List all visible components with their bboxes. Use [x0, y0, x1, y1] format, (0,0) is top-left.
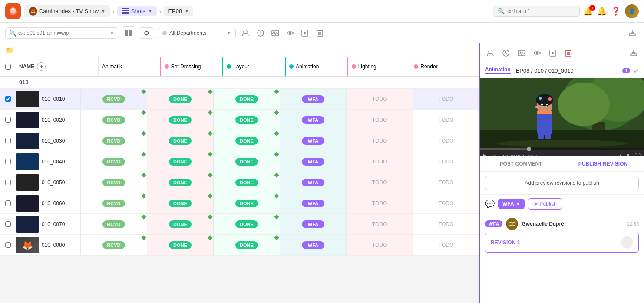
shot-name[interactable]: 010_0070: [39, 214, 80, 234]
panel-play-icon[interactable]: [546, 46, 560, 60]
table-row[interactable]: 010_0030 RCVD DONE DONE WFA TODO TODO: [0, 130, 479, 151]
animatik-cell[interactable]: RCVD: [80, 89, 147, 109]
fullscreen-btn[interactable]: ⛶: [634, 153, 641, 157]
lighting-cell[interactable]: TODO: [346, 151, 413, 172]
set-dressing-cell[interactable]: DONE: [147, 151, 213, 172]
eye-icon[interactable]: [284, 27, 297, 40]
layout-cell[interactable]: DONE: [213, 130, 280, 151]
layout-cell[interactable]: DONE: [213, 172, 280, 193]
row-checkbox[interactable]: [0, 130, 16, 151]
add-column-btn[interactable]: +: [37, 62, 46, 71]
panel-tab-animation[interactable]: Animation: [485, 67, 511, 74]
shot-name[interactable]: 010_0060: [39, 193, 80, 213]
animation-cell[interactable]: WFA: [280, 193, 346, 213]
set-dressing-cell[interactable]: DONE: [147, 172, 213, 193]
layout-cell[interactable]: DONE: [213, 151, 280, 172]
image-icon[interactable]: [269, 27, 282, 40]
set-dressing-cell[interactable]: DONE: [147, 89, 213, 109]
layout-cell[interactable]: DONE: [213, 193, 280, 213]
header-checkbox[interactable]: [5, 64, 11, 70]
person-add-icon[interactable]: [239, 27, 252, 40]
render-cell[interactable]: TODO: [413, 110, 479, 130]
render-cell[interactable]: TODO: [413, 89, 479, 109]
table-row[interactable]: 010_0050 RCVD DONE DONE WFA TODO TODO: [0, 172, 479, 193]
play-icon[interactable]: [298, 27, 311, 40]
panel-image-icon[interactable]: [515, 46, 528, 60]
panel-person-icon[interactable]: [483, 46, 497, 60]
animation-cell[interactable]: WFA: [280, 89, 346, 109]
episode-selector[interactable]: EP08 ▼: [164, 6, 193, 16]
render-cell[interactable]: TODO: [413, 130, 479, 151]
notification-btn[interactable]: 🔔 1: [583, 7, 593, 16]
row-checkbox[interactable]: [0, 235, 16, 255]
global-search[interactable]: 🔍: [493, 6, 580, 17]
render-cell[interactable]: TODO: [413, 151, 479, 172]
delete-icon[interactable]: [313, 27, 326, 40]
search-input[interactable]: [507, 8, 575, 14]
table-row[interactable]: 🦊 010_0080 RCVD DONE DONE WFA TODO TODO: [0, 235, 479, 256]
lighting-cell[interactable]: TODO: [346, 89, 413, 109]
filter-btn[interactable]: ⚙: [139, 27, 154, 39]
layout-cell[interactable]: DONE: [213, 110, 280, 130]
shot-search-box[interactable]: 🔍 ✕: [5, 27, 118, 39]
render-cell[interactable]: TODO: [413, 235, 479, 255]
panel-expand-icon[interactable]: ⤢: [634, 67, 639, 74]
animation-cell[interactable]: WFA: [280, 130, 346, 151]
shot-name[interactable]: 010_0080: [39, 235, 80, 255]
row-checkbox[interactable]: [0, 151, 16, 172]
publish-revision-tab[interactable]: PUBLISH REVISION: [562, 156, 644, 171]
animation-cell[interactable]: WFA: [280, 151, 346, 172]
layout-cell[interactable]: DONE: [213, 214, 280, 234]
animation-cell[interactable]: WFA: [280, 172, 346, 193]
department-filter[interactable]: All Departments ▼: [158, 28, 236, 38]
help-btn[interactable]: ❓: [611, 7, 621, 16]
animatik-cell[interactable]: RCVD: [80, 151, 147, 172]
table-row[interactable]: 010_0010 RCVD DONE DONE WFA TODO TODO: [0, 89, 479, 110]
animation-cell[interactable]: WFA: [280, 235, 346, 255]
lighting-cell[interactable]: TODO: [346, 172, 413, 193]
panel-clock-icon[interactable]: [499, 46, 513, 60]
status-select-dropdown[interactable]: WFA ▼: [498, 199, 525, 209]
lighting-cell[interactable]: TODO: [346, 130, 413, 151]
shot-name[interactable]: 010_0020: [39, 110, 80, 130]
info-icon[interactable]: i: [254, 27, 267, 40]
panel-eye-icon[interactable]: [530, 46, 544, 60]
row-checkbox[interactable]: [0, 110, 16, 130]
publish-button[interactable]: ➤ Publish: [528, 198, 562, 210]
row-checkbox[interactable]: [0, 193, 16, 213]
download-video-btn[interactable]: ⬇: [626, 153, 631, 157]
row-checkbox[interactable]: [0, 172, 16, 193]
layout-cell[interactable]: DONE: [213, 89, 280, 109]
animatik-cell[interactable]: RCVD: [80, 110, 147, 130]
render-cell[interactable]: TODO: [413, 193, 479, 213]
table-row[interactable]: 010_0040 RCVD DONE DONE WFA TODO TODO: [0, 151, 479, 172]
panel-delete-icon[interactable]: [561, 46, 575, 60]
folder-icon[interactable]: 📁: [5, 46, 14, 54]
render-cell[interactable]: TODO: [413, 172, 479, 193]
zoom-in-btn[interactable]: +: [618, 153, 622, 157]
user-avatar[interactable]: 👤: [625, 4, 639, 18]
animatik-cell[interactable]: RCVD: [80, 235, 147, 255]
shot-name[interactable]: 010_0050: [39, 172, 80, 193]
row-checkbox[interactable]: [0, 89, 16, 109]
lighting-cell[interactable]: TODO: [346, 193, 413, 213]
table-row[interactable]: 010_0020 RCVD DONE DONE WFA TODO TODO: [0, 110, 479, 130]
animation-cell[interactable]: WFA: [280, 214, 346, 234]
play-pause-btn[interactable]: ▶: [483, 152, 489, 156]
animatik-cell[interactable]: RCVD: [80, 214, 147, 234]
set-dressing-cell[interactable]: DONE: [147, 193, 213, 213]
animatik-cell[interactable]: RCVD: [80, 193, 147, 213]
shot-name[interactable]: 010_0010: [39, 89, 80, 109]
project-selector[interactable]: 🦊 Caminandes - TV Show ▼: [24, 5, 110, 17]
shot-name[interactable]: 010_0030: [39, 130, 80, 151]
layout-cell[interactable]: DONE: [213, 235, 280, 255]
set-dressing-cell[interactable]: DONE: [147, 235, 213, 255]
table-row[interactable]: 010_0060 RCVD DONE DONE WFA TODO TODO: [0, 193, 479, 214]
revision-1-bar[interactable]: REVISION 1: [485, 233, 639, 253]
shots-selector[interactable]: Shots ▼: [117, 6, 157, 16]
add-preview-btn[interactable]: Add preview revisions to publish: [485, 176, 639, 190]
animatik-cell[interactable]: RCVD: [80, 130, 147, 151]
set-dressing-cell[interactable]: DONE: [147, 110, 213, 130]
panel-download-icon[interactable]: [627, 46, 641, 60]
row-checkbox[interactable]: [0, 214, 16, 234]
